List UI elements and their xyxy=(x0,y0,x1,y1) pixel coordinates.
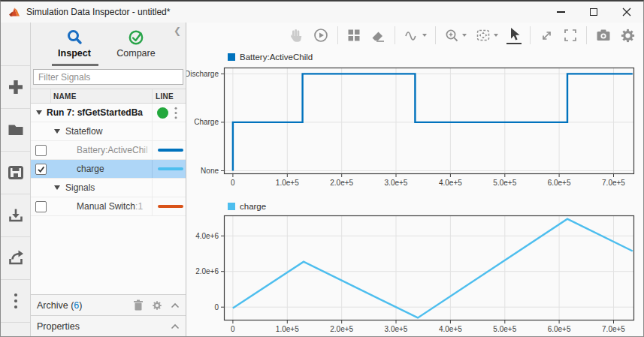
tree-row-group[interactable]: Stateflow xyxy=(31,122,186,141)
svg-text:1.0e+5: 1.0e+5 xyxy=(276,325,299,333)
caret-down-icon[interactable] xyxy=(54,129,60,134)
tree-row-group[interactable]: Signals xyxy=(31,179,186,197)
expand-arrows-icon xyxy=(539,28,555,44)
properties-label: Properties xyxy=(37,321,80,332)
tree-row-signal[interactable]: Manual Switch:1 xyxy=(31,197,186,216)
signal-checkbox[interactable] xyxy=(35,201,47,212)
minimize-icon xyxy=(557,11,565,12)
svg-text:2.0e+5: 2.0e+5 xyxy=(330,325,353,333)
chevron-up-icon[interactable] xyxy=(171,302,180,308)
clear-subplots-button[interactable] xyxy=(370,27,386,44)
minimize-button[interactable] xyxy=(544,2,577,23)
export-button[interactable] xyxy=(1,236,30,279)
tree-row-signal[interactable]: charge xyxy=(31,160,186,179)
table-header: NAME LINE xyxy=(31,89,186,104)
toolbar-separator xyxy=(586,26,587,44)
filter-signals-input[interactable] xyxy=(33,69,183,85)
active-tab-underline xyxy=(52,64,98,66)
chart-legend: charge xyxy=(228,202,266,211)
title-bar: Simulation Data Inspector - untitled* xyxy=(1,2,643,23)
tree-row-signal[interactable]: Battery:ActiveChil xyxy=(31,141,186,160)
kebab-menu-icon[interactable] xyxy=(174,107,178,119)
check-circle-icon xyxy=(128,29,145,46)
snapshot-button[interactable] xyxy=(595,27,612,44)
zoom-in-icon xyxy=(444,28,460,44)
subplot-layout-button[interactable] xyxy=(346,28,361,43)
battery-activechild-chart[interactable]: 01.0e+52.0e+53.0e+54.0e+55.0e+56.0e+57.0… xyxy=(186,66,639,192)
tab-compare-label: Compare xyxy=(104,48,168,59)
save-icon xyxy=(7,164,25,182)
tab-inspect-label: Inspect xyxy=(43,48,106,59)
properties-section-header[interactable]: Properties xyxy=(31,315,186,336)
pan-button[interactable] xyxy=(288,27,304,44)
save-button[interactable] xyxy=(1,151,30,194)
signal-checkbox[interactable] xyxy=(35,145,47,156)
svg-text:0: 0 xyxy=(231,325,235,333)
add-button[interactable] xyxy=(1,65,30,108)
archive-count: 6 xyxy=(74,300,79,311)
gear-icon[interactable] xyxy=(152,300,162,311)
fit-to-view-button[interactable] xyxy=(475,27,498,44)
fullscreen-icon xyxy=(563,28,578,43)
window-title: Simulation Data Inspector - untitled* xyxy=(26,7,544,17)
maximize-button[interactable] xyxy=(577,2,610,23)
legend-label: Battery:ActiveChild xyxy=(240,53,313,62)
settings-button[interactable] xyxy=(620,28,636,44)
tab-inspect[interactable]: Inspect xyxy=(43,28,106,59)
svg-text:6.0e+5: 6.0e+5 xyxy=(548,325,571,333)
charge-chart[interactable]: 01.0e+52.0e+53.0e+54.0e+55.0e+56.0e+57.0… xyxy=(186,214,639,337)
dropdown-caret-icon xyxy=(462,34,467,37)
signal-label: Battery:ActiveChil xyxy=(77,145,148,155)
plot-toolbar xyxy=(186,23,643,48)
legend-swatch xyxy=(228,53,235,61)
svg-text:3.0e+5: 3.0e+5 xyxy=(385,325,408,333)
svg-text:2.0e+6: 2.0e+6 xyxy=(195,267,219,275)
add-icon xyxy=(7,78,25,96)
svg-text:2.0e+5: 2.0e+5 xyxy=(330,179,353,187)
svg-text:Discharge: Discharge xyxy=(186,70,219,78)
caret-down-icon[interactable] xyxy=(54,185,60,190)
tab-compare[interactable]: Compare xyxy=(104,28,168,59)
maximize-icon xyxy=(590,8,597,16)
zoom-in-button[interactable] xyxy=(444,28,467,44)
check-icon xyxy=(37,165,45,173)
app-window: Simulation Data Inspector - untitled* xyxy=(0,0,644,337)
import-icon xyxy=(7,206,25,224)
kebab-menu-icon xyxy=(13,292,19,310)
legend-label: charge xyxy=(240,202,266,211)
dropdown-caret-icon xyxy=(494,34,498,37)
chart-plot[interactable]: 01.0e+52.0e+53.0e+54.0e+55.0e+56.0e+57.0… xyxy=(186,66,639,189)
toolbar-separator xyxy=(530,26,531,44)
archive-section-header[interactable]: Archive (6) xyxy=(31,294,186,315)
open-button[interactable] xyxy=(1,108,30,151)
signal-checkbox[interactable] xyxy=(35,164,47,175)
signal-label: Manual Switch:1 xyxy=(77,201,143,212)
status-dot xyxy=(157,107,168,119)
svg-text:5.0e+5: 5.0e+5 xyxy=(493,179,516,187)
trash-icon[interactable] xyxy=(133,299,144,311)
pan-hand-icon xyxy=(288,27,304,44)
cursor-select-button[interactable] xyxy=(506,26,522,44)
caret-down-icon[interactable] xyxy=(36,110,42,115)
import-button[interactable] xyxy=(1,194,30,236)
archive-label: Archive ( xyxy=(37,300,74,311)
line-swatch xyxy=(158,149,183,152)
side-toolbar xyxy=(1,23,31,336)
plot-area-panel: Battery:ActiveChild 01.0e+52.0e+53.0e+54… xyxy=(186,23,643,336)
close-button[interactable] xyxy=(610,2,643,23)
more-options-button[interactable] xyxy=(1,279,30,322)
chart-plot[interactable]: 01.0e+52.0e+53.0e+54.0e+55.0e+56.0e+57.0… xyxy=(186,214,639,335)
svg-text:4.0e+6: 4.0e+6 xyxy=(195,232,219,240)
signals-menu-button[interactable] xyxy=(404,27,427,44)
charts-area: Battery:ActiveChild 01.0e+52.0e+53.0e+54… xyxy=(186,48,643,336)
line-swatch xyxy=(158,205,183,208)
chevron-up-icon[interactable] xyxy=(171,323,180,329)
tree-empty-area xyxy=(31,216,186,294)
tree-row-run[interactable]: Run 7: sfGetStartedBa xyxy=(31,104,186,122)
fullscreen-button[interactable] xyxy=(563,28,578,43)
replay-button[interactable] xyxy=(313,27,329,44)
signal-label: charge xyxy=(77,164,104,174)
expand-button[interactable] xyxy=(539,28,555,44)
tab-strip: Inspect Compare ❮ xyxy=(31,23,186,66)
collapse-panel-icon[interactable]: ❮ xyxy=(174,26,181,36)
